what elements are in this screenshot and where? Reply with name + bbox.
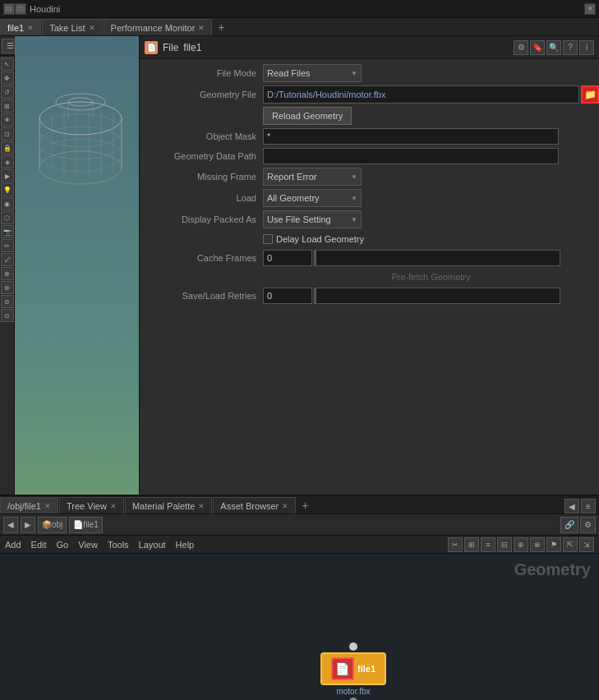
tab-material-palette[interactable]: Material Palette ✕	[125, 497, 212, 513]
scale-tool-btn[interactable]: ⊞	[1, 99, 14, 113]
save-load-label: Save/Load Retries	[140, 291, 263, 301]
settings-btn[interactable]: ⚙	[580, 517, 596, 533]
tab-asset-browser-label: Asset Browser	[220, 501, 279, 511]
geometry-file-value: 📁	[263, 85, 599, 104]
menu-help[interactable]: Help	[176, 540, 195, 550]
menu-edit[interactable]: Edit	[31, 540, 47, 550]
list-icon[interactable]: ≡	[481, 537, 495, 552]
obj-text: obj	[52, 520, 62, 529]
menu-view[interactable]: View	[78, 540, 98, 550]
select-tool-btn[interactable]: ↖	[1, 58, 14, 71]
table-icon[interactable]: ⊟	[497, 537, 512, 552]
save-load-input[interactable]	[263, 288, 312, 304]
cache-frames-input[interactable]	[263, 250, 312, 266]
geo-data-path-input[interactable]	[263, 148, 559, 164]
snap-btn[interactable]: ⊡	[1, 127, 14, 140]
tab-file1-close[interactable]: ✕	[27, 24, 34, 32]
split-icon[interactable]: ⊕	[514, 537, 528, 552]
grid-icon[interactable]: ⊞	[464, 537, 479, 552]
missing-frame-dropdown[interactable]: Report Error ▼	[263, 168, 362, 186]
file-node[interactable]: 📄 file1 motor.fbx	[320, 642, 386, 700]
render-btn[interactable]: ▶	[1, 169, 14, 182]
display-btn[interactable]: ◈	[1, 155, 14, 168]
sculpt-btn[interactable]: 🖊	[1, 253, 14, 266]
tab-file1[interactable]: file1 ✕	[0, 19, 41, 35]
bookmark-icon[interactable]: 🔖	[530, 40, 545, 55]
info-icon[interactable]: i	[579, 40, 594, 55]
geometry-file-input[interactable]	[263, 85, 579, 104]
file-mode-dropdown[interactable]: Read Files ▼	[263, 64, 362, 82]
add-bottom-tab-button[interactable]: +	[297, 497, 313, 513]
menu-go[interactable]: Go	[57, 540, 69, 550]
display-packed-dropdown[interactable]: Use File Setting ▼	[263, 210, 362, 228]
geometry-file-label: Geometry File	[140, 90, 263, 99]
file-icon: 📄	[335, 662, 349, 675]
link-btn[interactable]: 🔗	[560, 517, 578, 533]
paint-btn[interactable]: ✏	[1, 239, 14, 252]
geo-btn[interactable]: ◉	[1, 197, 14, 210]
minimize-btn[interactable]: ▭	[3, 3, 15, 15]
tab-obj-file1-close[interactable]: ✕	[44, 502, 51, 510]
tab-perf-close[interactable]: ✕	[198, 24, 205, 32]
extra1-btn[interactable]: ⊕	[1, 267, 14, 280]
nav-back-btn[interactable]: ◀	[3, 517, 18, 533]
props-header-buttons: ⚙ 🔖 🔍 ? i	[514, 40, 594, 55]
window-controls: ✕	[584, 3, 596, 15]
cache-frames-slider[interactable]	[314, 250, 560, 266]
extra2-btn[interactable]: ⊗	[1, 281, 14, 294]
obj-btn[interactable]: ⬡	[1, 211, 14, 224]
collapse-icon[interactable]: ⇲	[579, 537, 594, 552]
bottom-panel-menu-btn[interactable]: ≡	[581, 499, 596, 513]
menu-add[interactable]: Add	[5, 540, 21, 550]
rotate-tool-btn[interactable]: ↺	[1, 85, 14, 99]
tab-take-list-close[interactable]: ✕	[89, 24, 95, 32]
geo-data-path-label: Geometry Data Path	[140, 151, 263, 161]
tab-take-list[interactable]: Take List ✕	[42, 19, 102, 35]
extra3-btn[interactable]: ⊘	[1, 295, 14, 308]
gear-icon[interactable]: ⚙	[514, 40, 528, 55]
object-mask-input[interactable]	[263, 128, 559, 145]
obj-label-btn[interactable]: 📦 obj	[38, 517, 67, 533]
file-mode-row: File Mode Read Files ▼	[140, 62, 599, 84]
tab-performance-monitor[interactable]: Performance Monitor ✕	[104, 19, 213, 35]
nav-forward-btn[interactable]: ▶	[21, 517, 35, 533]
cut-icon[interactable]: ✂	[448, 537, 463, 552]
delay-load-checkbox[interactable]	[263, 234, 273, 244]
menu-tools[interactable]: Tools	[108, 540, 129, 550]
tab-material-close[interactable]: ✕	[198, 502, 205, 510]
add-tab-button[interactable]: +	[213, 19, 229, 35]
node-body[interactable]: 📄 file1	[320, 652, 386, 685]
file-browse-button[interactable]: 📁	[581, 85, 599, 104]
tab-obj-file1-label: /obj/file1	[7, 501, 41, 511]
tab-tree-view-close[interactable]: ✕	[110, 502, 117, 510]
bottom-content: ◀ ▶ 📦 obj 📄 file1 🔗 ⚙ Add Edit Go View T…	[0, 514, 599, 700]
lock-btn[interactable]: 🔒	[1, 141, 14, 154]
light-btn[interactable]: 💡	[1, 183, 14, 196]
node-label-btn[interactable]: 📄 file1	[69, 517, 102, 533]
load-dropdown[interactable]: All Geometry ▼	[263, 189, 362, 207]
extra4-btn[interactable]: ⊙	[1, 309, 14, 322]
flag-icon[interactable]: ⚑	[546, 537, 561, 552]
save-load-fill	[315, 288, 316, 303]
tab-obj-file1[interactable]: /obj/file1 ✕	[0, 497, 58, 513]
tab-performance-monitor-label: Performance Monitor	[111, 23, 196, 33]
menu-icons: ✂ ⊞ ≡ ⊟ ⊕ ⊗ ⚑ ⇱ ⇲	[448, 537, 594, 552]
tree-icon[interactable]: ⊗	[530, 537, 545, 552]
save-load-slider[interactable]	[314, 288, 560, 304]
file-mode-arrow-icon: ▼	[351, 70, 357, 77]
reload-geometry-button[interactable]: Reload Geometry	[263, 107, 352, 125]
expand-icon[interactable]: ⇱	[563, 537, 578, 552]
close-btn[interactable]: ✕	[584, 3, 596, 15]
tab-asset-close[interactable]: ✕	[282, 502, 288, 510]
search-icon[interactable]: 🔍	[546, 40, 561, 55]
network-area[interactable]: Geometry 📄 file1 motor.fbx	[0, 554, 599, 700]
tab-asset-browser[interactable]: Asset Browser ✕	[213, 497, 296, 513]
view-btn[interactable]: 👁	[1, 113, 14, 127]
help-icon[interactable]: ?	[563, 40, 578, 55]
maximize-btn[interactable]: □	[15, 3, 26, 15]
menu-layout[interactable]: Layout	[139, 540, 166, 550]
camera-btn[interactable]: 📷	[1, 225, 14, 238]
tab-tree-view[interactable]: Tree View ✕	[59, 497, 124, 513]
move-tool-btn[interactable]: ✥	[1, 71, 14, 85]
bottom-panel-collapse-btn[interactable]: ◀	[564, 499, 579, 513]
